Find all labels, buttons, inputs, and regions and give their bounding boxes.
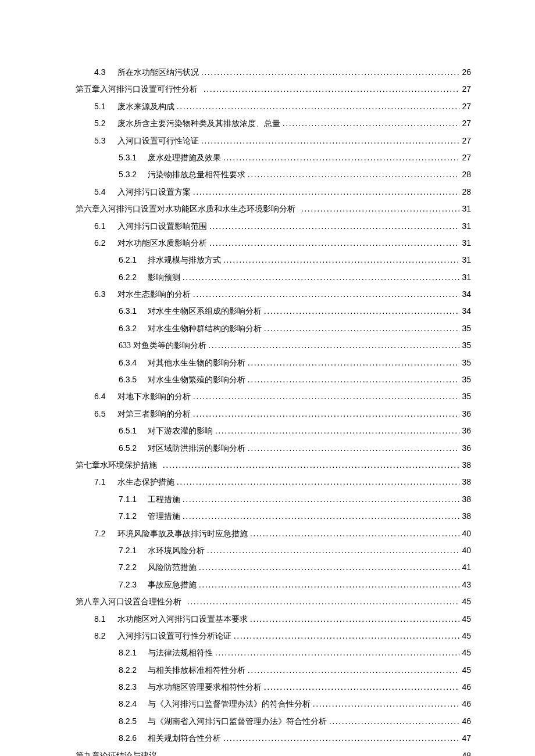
toc-leader-dots (215, 422, 459, 439)
toc-entry-number: 7.1.2 (119, 508, 140, 525)
toc-leader-dots (193, 286, 459, 303)
toc-entry-title: 与《入河排污口监督管理办法》的符合性分析 (148, 696, 311, 712)
toc-entry-page: 47 (462, 730, 471, 747)
toc-entry: 8.2.4与《入河排污口监督管理办法》的符合性分析46 (76, 696, 471, 712)
toc-entry-title: 第八章入河口设置合理性分析 (76, 593, 181, 610)
toc-entry-title: 第七章水环境保护措施 (76, 457, 157, 474)
toc-entry: 7.1.1工程措施38 (76, 491, 471, 508)
toc-entry-title: 对水生态影响的分析 (117, 286, 191, 303)
toc-leader-dots (183, 508, 459, 525)
toc-entry-title: 对其他水生生物的影响分析 (148, 354, 245, 371)
toc-entry: 第八章入河口设置合理性分析45 (76, 593, 471, 610)
toc-entry-number: 6.1 (94, 218, 109, 235)
toc-entry-title: 对下游农灌的影响 (148, 422, 213, 439)
toc-entry-number: 5.2 (94, 115, 109, 132)
toc-leader-dots (223, 149, 459, 166)
toc-entry-number: 5.4 (94, 184, 109, 200)
toc-leader-dots (163, 457, 459, 474)
toc-entry-page: 45 (462, 611, 471, 628)
toc-entry-number: 7.1.1 (119, 491, 140, 508)
toc-leader-dots (264, 679, 459, 696)
toc-entry-page: 40 (462, 542, 471, 559)
toc-entry-number: 6.3.2 (119, 320, 140, 337)
toc-entry-number: 6.2.1 (119, 252, 140, 268)
toc-entry-page: 46 (462, 679, 471, 696)
toc-leader-dots (204, 81, 459, 98)
toc-entry-title: 废水处理措施及效果 (148, 149, 221, 166)
toc-entry: 7.2.2风险防范措施41 (76, 559, 471, 576)
toc-entry-title: 对水生生物区系组成的影响分析 (148, 303, 262, 320)
toc-entry-number: 5.3 (94, 132, 109, 149)
toc-entry-title: 与《湖南省入河排污口监督管理办法》符合性分析 (148, 713, 327, 730)
toc-leader-dots (250, 525, 459, 542)
toc-entry-title: 排水规模与排放方式 (148, 252, 221, 268)
toc-entry-number: 7.2 (94, 525, 109, 542)
toc-entry-page: 27 (462, 132, 471, 149)
toc-entry-page: 36 (462, 440, 471, 457)
toc-leader-dots (248, 354, 459, 371)
toc-leader-dots (199, 576, 459, 593)
toc-entry-title: 对地下水影响的分析 (117, 388, 191, 405)
toc-entry: 6.4对地下水影响的分析35 (76, 388, 471, 405)
toc-leader-dots (313, 696, 459, 712)
toc-entry-title: 工程措施 (148, 491, 180, 508)
toc-entry-title: 风险防范措施 (148, 559, 197, 576)
toc-entry: 6.2.1排水规模与排放方式31 (76, 252, 471, 268)
toc-entry-title: 与水功能区管理要求相符性分析 (148, 679, 262, 696)
toc-entry: 7.2.1水环境风险分析40 (76, 542, 471, 559)
toc-entry-title: 对第三者影响的分析 (117, 406, 191, 422)
toc-leader-dots (209, 337, 460, 354)
toc-entry: 4.3所在水功能区纳污状况26 (76, 64, 471, 81)
toc-entry-title: 对水功能区水质影响分析 (117, 235, 207, 252)
toc-entry-number: 6.5.1 (119, 422, 140, 439)
toc-leader-dots (248, 166, 459, 183)
toc-entry-title: 水生态保护措施 (117, 474, 174, 490)
toc-entry-number: 8.2.4 (119, 696, 140, 712)
toc-entry-page: 27 (462, 81, 471, 98)
toc-entry-number: 6.2 (94, 235, 109, 252)
toc-entry: 8.2入河排污口设置可行性分析论证45 (76, 628, 471, 644)
toc-entry-number: 6.3 (94, 286, 109, 303)
toc-entry: 6.3对水生态影响的分析34 (76, 286, 471, 303)
toc-entry-number: 6.3.1 (119, 303, 140, 320)
toc-entry-page: 35 (462, 337, 471, 354)
toc-entry-page: 31 (462, 200, 471, 217)
toc-entry: 8.2.1与法律法规相符性45 (76, 644, 471, 661)
toc-entry-number: 5.3.2 (119, 166, 140, 183)
toc-leader-dots (193, 388, 459, 405)
toc-leader-dots (183, 491, 459, 508)
toc-entry-number: 8.2.1 (119, 644, 140, 661)
toc-leader-dots (248, 662, 459, 679)
toc-entry: 7.1.2管理措施38 (76, 508, 471, 525)
toc-entry-page: 35 (462, 354, 471, 371)
toc-entry: 第六章入河排污口设置对水功能区水质和水生态环境影响分析31 (76, 200, 471, 217)
toc-leader-dots (215, 644, 459, 661)
toc-entry: 6.3.4对其他水生生物的影响分析35 (76, 354, 471, 371)
toc-entry: 7.2.3事故应急措施43 (76, 576, 471, 593)
toc-leader-dots (209, 235, 459, 252)
toc-entry: 8.2.6相关规划符合性分析47 (76, 730, 471, 747)
toc-entry-page: 43 (462, 576, 471, 593)
toc-entry: 5.3入河口设置可行性论证27 (76, 132, 471, 149)
toc-entry-number: 6.5.2 (119, 440, 140, 457)
toc-entry-page: 36 (462, 406, 471, 422)
toc-entry-number: 5.3.1 (119, 149, 140, 166)
toc-entry-title: 入河排污口设置可行性分析论证 (117, 628, 231, 644)
toc-entry-title: 第五章入河排污口设置可行性分析 (76, 81, 198, 98)
toc-entry: 5.3.2污染物排放总量相符性要求28 (76, 166, 471, 183)
toc-entry-title: 事故应急措施 (148, 576, 197, 593)
toc-entry-page: 45 (462, 628, 471, 644)
toc-leader-dots (201, 64, 459, 81)
toc-entry-page: 45 (462, 593, 471, 610)
toc-entry-page: 34 (462, 303, 471, 320)
toc-leader-dots (183, 269, 459, 286)
toc-leader-dots (177, 98, 459, 115)
toc-entry-page: 26 (462, 64, 471, 81)
toc-entry: 6.2.2影响预测31 (76, 269, 471, 286)
toc-entry: 6.5.2对区域防洪排涝的影响分析36 (76, 440, 471, 457)
toc-entry-title: 入河排污口设置影响范围 (117, 218, 207, 235)
toc-leader-dots (264, 320, 459, 337)
toc-leader-dots (207, 542, 459, 559)
toc-entry-page: 46 (462, 696, 471, 712)
toc-entry-page: 46 (462, 713, 471, 730)
